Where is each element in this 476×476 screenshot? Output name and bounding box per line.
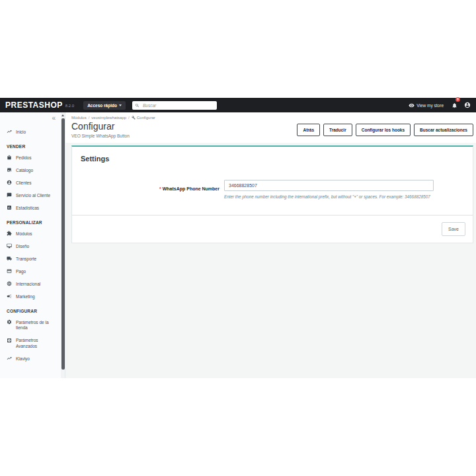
view-my-store-label: View my store: [416, 103, 444, 108]
breadcrumb-module-name[interactable]: veosimplewhatsapp: [91, 116, 126, 120]
sidebar-collapse-button[interactable]: «: [0, 112, 65, 122]
save-button[interactable]: Save: [442, 222, 465, 236]
sidebar-item-label: Transporte: [16, 256, 36, 262]
notification-badge: 0: [456, 97, 460, 102]
sidebar-item-label: Inicio: [16, 129, 26, 135]
truck-icon: [7, 256, 12, 261]
gear-square-icon: [7, 338, 12, 343]
sidebar-item-label: Klaviyo: [16, 356, 30, 362]
search-icon: [135, 103, 139, 108]
version-label: 8.2.0: [65, 104, 74, 108]
puzzle-icon: [7, 231, 12, 236]
sidebar-item-clientes[interactable]: Clientes: [7, 180, 58, 186]
monitor-icon: [7, 243, 12, 249]
check-updates-button[interactable]: Buscar actualizaciones: [414, 124, 473, 136]
sidebar-item-label: Parámetros de la tienda: [16, 319, 58, 331]
sidebar-item-marketing[interactable]: Marketing: [7, 294, 58, 299]
translate-button[interactable]: Traducir: [323, 124, 352, 136]
sidebar-item-klaviyo[interactable]: Klaviyo: [7, 356, 58, 362]
quick-access-label: Acceso rápido: [87, 103, 117, 108]
sidebar-item-label: Clientes: [16, 180, 31, 186]
panel-footer: Save: [72, 215, 473, 243]
customer-icon: [7, 180, 12, 185]
sidebar-item-label: Módulos: [16, 231, 32, 237]
sidebar-item-label: Servicio al Cliente: [16, 192, 50, 198]
settings-panel: Settings *WhatsApp Phone Number Enter th…: [71, 145, 473, 243]
scrollbar-thumb[interactable]: [61, 118, 65, 370]
sidebar-item-label: Pago: [16, 268, 26, 274]
phone-number-help-text: Enter the phone number including the int…: [224, 194, 434, 199]
breadcrumb: Módulos / veosimplewhatsapp / Configurar: [71, 116, 473, 120]
sidebar-item-estadisticas[interactable]: Estadísticas: [7, 205, 58, 211]
page-subtitle: VEO Simple WhatsApp Button: [71, 134, 130, 138]
page-header: Módulos / veosimplewhatsapp / Configurar…: [65, 112, 476, 143]
megaphone-icon: [7, 294, 12, 299]
sidebar-item-catalogo[interactable]: Catálogo: [7, 167, 58, 173]
sidebar-item-label: Marketing: [16, 294, 35, 299]
phone-number-input[interactable]: [224, 180, 434, 191]
sidebar-item-label: Pedidos: [16, 155, 32, 161]
sidebar-item-label: Parámetros Avanzados: [16, 338, 58, 350]
prestashop-logo: PRESTASHOP: [5, 98, 63, 112]
sidebar-item-parametros-tienda[interactable]: Parámetros de la tienda: [7, 319, 58, 331]
sidebar-nav: Inicio VENDER Pedidos Catálogo Clientes: [0, 122, 65, 362]
sidebar-section-personalizar: PERSONALIZAR: [7, 220, 58, 225]
wrench-icon: [132, 116, 136, 120]
scroll-up-icon[interactable]: [61, 114, 64, 116]
bell-icon: [452, 102, 457, 108]
chat-bubble-icon: [7, 192, 12, 198]
chevron-down-icon: [119, 104, 122, 106]
notifications-button[interactable]: 0: [452, 99, 457, 111]
sidebar-item-label: Catálogo: [16, 167, 33, 173]
phone-number-form-row: *WhatsApp Phone Number Enter the phone n…: [81, 178, 464, 199]
sidebar-item-pedidos[interactable]: Pedidos: [7, 155, 58, 161]
topbar-search[interactable]: [132, 101, 217, 110]
sidebar-item-parametros-avanzados[interactable]: Parámetros Avanzados: [7, 338, 58, 350]
required-asterisk: *: [159, 186, 161, 191]
breadcrumb-configurar-label: Configurar: [137, 116, 155, 120]
configure-hooks-button[interactable]: Configurar los hooks: [356, 124, 411, 136]
trending-up-icon: [7, 356, 12, 361]
sidebar: « Inicio VENDER Pedidos Catálogo Cl: [0, 112, 65, 378]
trending-up-icon: [7, 129, 12, 134]
profile-menu-button[interactable]: [464, 102, 471, 108]
sidebar-item-servicio-al-cliente[interactable]: Servicio al Cliente: [7, 192, 58, 198]
sidebar-item-label: Internacional: [16, 281, 40, 287]
sidebar-item-transporte[interactable]: Transporte: [7, 256, 58, 262]
phone-number-label: *WhatsApp Phone Number: [81, 186, 224, 191]
page-title: Configurar: [71, 122, 130, 132]
breadcrumb-separator: /: [89, 116, 90, 120]
title-block: Configurar VEO Simple WhatsApp Button: [71, 122, 130, 138]
phone-number-label-text: WhatsApp Phone Number: [163, 186, 219, 191]
sidebar-item-label: Estadísticas: [16, 205, 39, 211]
quick-access-dropdown[interactable]: Acceso rápido: [83, 101, 126, 110]
content-area: Settings *WhatsApp Phone Number Enter th…: [65, 143, 476, 378]
breadcrumb-modulos[interactable]: Módulos: [71, 116, 87, 120]
sidebar-section-vender: VENDER: [7, 144, 58, 149]
back-button[interactable]: Atrás: [297, 124, 320, 136]
sidebar-scrollbar[interactable]: [61, 112, 65, 378]
eye-icon: [409, 102, 415, 108]
sidebar-item-inicio[interactable]: Inicio: [7, 129, 58, 135]
settings-title: Settings: [81, 155, 464, 163]
shopping-bag-icon: [7, 155, 12, 160]
user-avatar-icon: [464, 102, 471, 108]
breadcrumb-configurar[interactable]: Configurar: [132, 116, 155, 120]
sidebar-item-modulos[interactable]: Módulos: [7, 231, 58, 237]
prestashop-admin-window: PRESTASHOP 8.2.0 Acceso rápido View my s…: [0, 98, 476, 378]
sidebar-section-configurar: CONFIGURAR: [7, 309, 58, 313]
breadcrumb-separator: /: [128, 116, 130, 120]
main-content: Módulos / veosimplewhatsapp / Configurar…: [65, 112, 476, 378]
credit-card-icon: [7, 268, 12, 274]
gear-icon: [7, 319, 12, 325]
view-my-store-link[interactable]: View my store: [409, 102, 444, 108]
sidebar-item-label: Diseño: [16, 243, 29, 249]
sidebar-item-internacional[interactable]: Internacional: [7, 281, 58, 287]
sidebar-item-pago[interactable]: Pago: [7, 268, 58, 274]
stats-chart-icon: [7, 205, 12, 210]
globe-icon: [7, 281, 12, 286]
phone-number-field-col: Enter the phone number including the int…: [224, 178, 434, 199]
search-input[interactable]: [141, 102, 214, 108]
store-icon: [7, 167, 12, 173]
sidebar-item-diseno[interactable]: Diseño: [7, 243, 58, 249]
